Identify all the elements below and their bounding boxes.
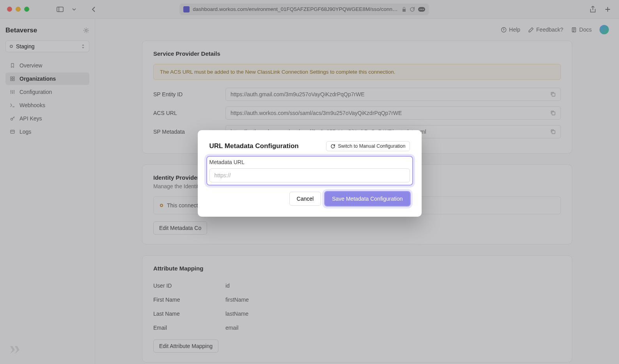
cancel-button[interactable]: Cancel bbox=[289, 192, 321, 206]
highlight-box bbox=[206, 156, 413, 186]
modal-overlay[interactable]: URL Metadata Configuration Switch to Man… bbox=[0, 0, 619, 364]
refresh-icon bbox=[330, 144, 335, 149]
save-metadata-button[interactable]: Save Metadata Configuration bbox=[325, 192, 410, 206]
metadata-modal: URL Metadata Configuration Switch to Man… bbox=[198, 130, 422, 217]
modal-title: URL Metadata Configuration bbox=[209, 142, 299, 150]
switch-label: Switch to Manual Configuration bbox=[338, 143, 405, 149]
switch-to-manual-button[interactable]: Switch to Manual Configuration bbox=[326, 141, 410, 151]
